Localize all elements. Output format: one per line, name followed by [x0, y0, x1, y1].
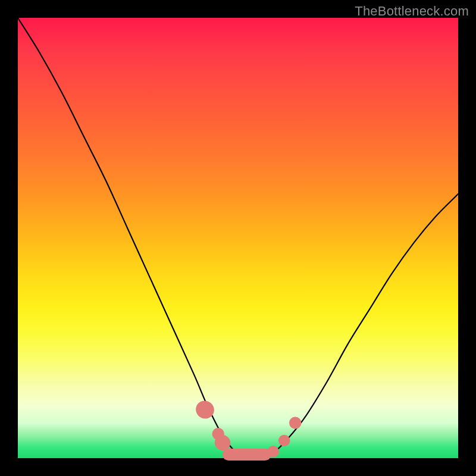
bottleneck-curve [18, 18, 458, 456]
markers-group [193, 397, 302, 461]
data-marker [289, 417, 301, 429]
plot-area [18, 18, 458, 458]
data-marker [267, 446, 279, 458]
chart-frame: TheBottleneck.com [0, 0, 476, 476]
attribution-text: TheBottleneck.com [355, 4, 469, 19]
data-marker [223, 449, 271, 461]
data-marker [278, 435, 290, 447]
chart-svg [18, 18, 458, 458]
